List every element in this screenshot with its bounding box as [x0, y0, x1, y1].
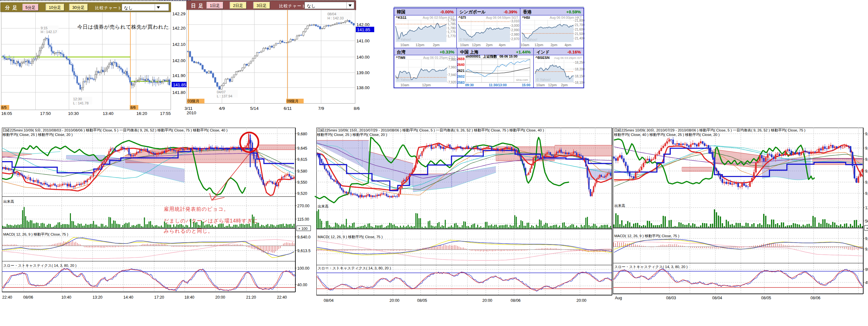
svg-text:141.80: 141.80 [172, 90, 185, 95]
svg-text:10am: 10am [400, 43, 409, 47]
svg-text:138.00: 138.00 [356, 85, 369, 90]
svg-text:H : 142.33: H : 142.33 [328, 16, 344, 20]
svg-text:16:05: 16:05 [1, 111, 12, 116]
svg-text:1,775: 1,775 [448, 30, 456, 34]
svg-text:08/06: 08/06 [510, 298, 521, 303]
svg-text:^BSESN: ^BSESN [535, 56, 550, 59]
svg-text:18,200: 18,200 [575, 67, 585, 71]
svg-text:8/6: 8/6 [354, 106, 360, 111]
svg-text:141.85: 141.85 [357, 27, 370, 32]
svg-text:18,150: 18,150 [575, 75, 585, 78]
svg-text:13:40: 13:40 [103, 111, 114, 116]
svg-text:12pm: 12pm [534, 43, 544, 47]
svg-text:142.20: 142.20 [172, 26, 185, 31]
svg-text:21,600: 21,600 [575, 28, 585, 31]
svg-text:9,640.0: 9,640.0 [297, 235, 311, 239]
svg-text:08/05: 08/05 [761, 296, 771, 300]
svg-text:シンガポール: シンガポール [459, 9, 486, 14]
svg-text:9,580: 9,580 [297, 169, 307, 173]
svg-text:+0.33%: +0.33% [440, 50, 454, 54]
svg-text:140.00: 140.00 [356, 55, 369, 59]
svg-text:スロー・ストキャスティクス( 14, 3, 80, 20 ): スロー・ストキャスティクス( 14, 3, 80, 20 ) [318, 266, 391, 270]
svg-text:20:00: 20:00 [482, 298, 492, 303]
svg-text:7/9: 7/9 [318, 106, 324, 111]
svg-text:8/5: 8/5 [1, 105, 7, 110]
svg-text:2pm: 2pm [550, 43, 557, 47]
svg-text:MACD( 12, 26, 9 ) 移動平均( C: MACD( 12, 26, 9 ) 移動平均( Close, 75 ) [614, 234, 679, 238]
svg-text:Aug: Aug [615, 296, 622, 300]
svg-text:だましのパターンはざら場14時すぎに: だましのパターンはざら場14時すぎに [164, 218, 258, 223]
svg-text:韓国: 韓国 [397, 9, 405, 14]
svg-text:141.85: 141.85 [173, 82, 186, 87]
svg-text:10am: 10am [460, 43, 469, 47]
svg-text:1,785: 1,785 [448, 22, 456, 26]
svg-text:日 足: 日 足 [191, 3, 204, 8]
svg-text:7,980: 7,980 [448, 58, 456, 61]
svg-text:4pm: 4pm [499, 43, 505, 47]
svg-text:^STI: ^STI [459, 16, 466, 20]
svg-text:10am: 10am [400, 83, 409, 87]
svg-text:2640: 2640 [457, 63, 465, 66]
svg-text:^TWII: ^TWII [396, 56, 405, 59]
svg-text:© Yahoo!: © Yahoo! [397, 37, 411, 42]
svg-text:13:20: 13:20 [93, 295, 102, 300]
svg-text:2,990: 2,990 [511, 28, 519, 32]
svg-text:1,790: 1,790 [448, 19, 456, 22]
svg-text:142.00: 142.00 [356, 22, 369, 27]
svg-text:日経225mini 10/09( 15分, 2010/07/: 日経225mini 10/09( 15分, 2010/07/29 - 2010/… [317, 128, 544, 132]
svg-text:18,250: 18,250 [575, 61, 585, 64]
svg-text:© Yahoo!: © Yahoo! [536, 78, 551, 82]
svg-text:12pm: 12pm [422, 83, 431, 87]
svg-text:© Yahoo!: © Yahoo! [523, 37, 537, 42]
svg-text:1日足: 1日足 [210, 3, 220, 8]
svg-text:40.00: 40.00 [297, 283, 307, 287]
svg-text:15:00: 15:00 [522, 83, 530, 87]
svg-text:12pm: 12pm [548, 83, 557, 87]
svg-text:142.00: 142.00 [172, 58, 185, 63]
svg-text:22:40: 22:40 [277, 295, 287, 300]
svg-text:× 100: × 100 [298, 227, 307, 230]
svg-text:7,940: 7,940 [448, 73, 456, 77]
svg-text:なし: なし [307, 3, 316, 8]
svg-text:10:30: 10:30 [68, 111, 79, 116]
svg-text:インド: インド [536, 50, 550, 54]
svg-text:2pm: 2pm [561, 83, 567, 87]
svg-text:08/04: 08/04 [324, 298, 334, 303]
svg-text:5/14: 5/14 [250, 106, 259, 111]
svg-text:2659: 2659 [457, 57, 465, 61]
svg-text:出来高: 出来高 [318, 205, 329, 208]
svg-text:08/04: 08/04 [328, 12, 336, 16]
svg-text:9,550: 9,550 [865, 180, 868, 185]
svg-text:08/04: 08/04 [712, 296, 722, 300]
svg-text:Aug 06 04:59pm SGT: Aug 06 04:59pm SGT [486, 16, 518, 20]
svg-text:なし: なし [124, 5, 133, 10]
svg-text:© Yahoo!: © Yahoo! [397, 78, 411, 82]
svg-text:9,680: 9,680 [297, 132, 307, 136]
svg-text:MACD( 12, 26, 9 ) 移動平均( C: MACD( 12, 26, 9 ) 移動平均( Close, 75 ) [318, 235, 383, 239]
svg-text:12:30: 12:30 [73, 97, 82, 101]
svg-text:141.90: 141.90 [172, 73, 185, 78]
svg-text:21,400: 21,400 [575, 36, 585, 40]
svg-text:出来高: 出来高 [3, 199, 14, 203]
svg-text:1250.00: 1250.00 [865, 206, 868, 210]
svg-text:+0.59%: +0.59% [566, 9, 581, 14]
svg-text:2pm: 2pm [486, 43, 493, 47]
svg-text:7,920: 7,920 [448, 81, 456, 84]
svg-text:+1.44%: +1.44% [516, 50, 531, 54]
svg-text:今日は債券が売られて株先が買われた: 今日は債券が売られて株先が買われた [77, 24, 169, 30]
svg-text:09:30: 09:30 [465, 83, 474, 87]
svg-text:142.29: 142.29 [172, 11, 185, 16]
svg-text:出来高: 出来高 [614, 204, 625, 208]
svg-text:9,680: 9,680 [865, 132, 868, 136]
svg-text:18,100: 18,100 [575, 81, 585, 84]
svg-text:9,645: 9,645 [865, 146, 868, 151]
svg-text:7,960: 7,960 [448, 65, 456, 69]
svg-text:08/06: 08/06 [23, 295, 33, 300]
svg-text:H : 142.17: H : 142.17 [41, 30, 57, 34]
svg-text:L : 137.94: L : 137.94 [217, 94, 232, 98]
svg-text:-0.16%: -0.16% [567, 50, 581, 54]
svg-text:500.00: 500.00 [865, 219, 868, 223]
svg-text:雇用統計発表前のピョコ。: 雇用統計発表前のピョコ。 [164, 206, 229, 212]
svg-text:2pm: 2pm [433, 43, 439, 47]
svg-text:9,613.5: 9,613.5 [865, 247, 868, 251]
